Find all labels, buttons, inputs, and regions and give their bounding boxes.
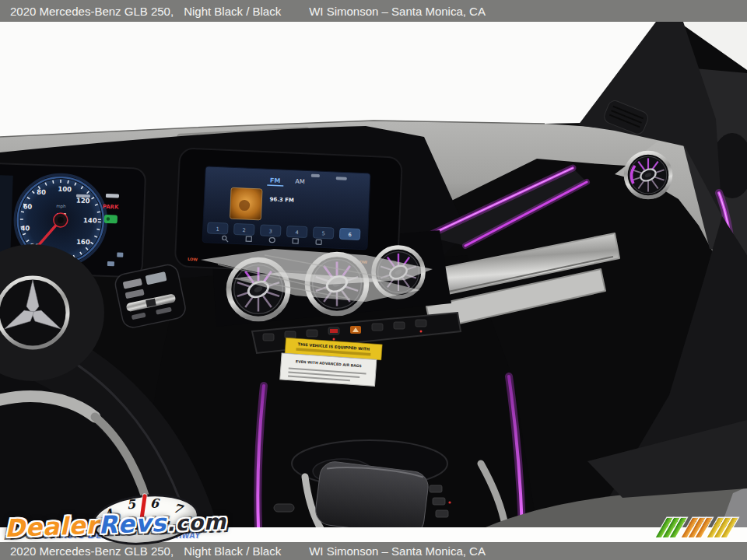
preset-4[interactable]: 4 [295, 229, 298, 236]
bezel-left-indicator: LOW [188, 257, 198, 262]
tab-am[interactable]: AM [295, 178, 305, 186]
fan-button [416, 320, 426, 327]
eco-indicator-icon [104, 215, 117, 224]
station-label: 96.3 FM [269, 196, 294, 203]
windshield [0, 22, 658, 137]
console-button-1[interactable] [430, 485, 442, 492]
screen-status-blur [311, 174, 320, 177]
header-bar: 2020 Mercedes-Benz GLB 250, Night Black … [0, 0, 747, 22]
header-vehicle-title: 2020 Mercedes-Benz GLB 250, [10, 5, 174, 18]
brand-wordmark: DealerRevs.com [4, 506, 226, 542]
console-button-left[interactable] [274, 504, 294, 512]
defrost-button [307, 330, 317, 337]
header-dealer-location: WI Simonson – Santa Monica, CA [309, 5, 486, 18]
brand-dealer: Dealer [4, 511, 99, 542]
svg-text:80: 80 [37, 188, 46, 196]
svg-text:100: 100 [58, 185, 72, 194]
brand-revs: Revs [98, 509, 167, 539]
preset-2[interactable]: 2 [242, 227, 245, 233]
park-warning-label: PARK [103, 204, 120, 211]
sync-button [394, 322, 405, 329]
svg-text:60: 60 [23, 202, 32, 210]
cluster-status-blur [76, 194, 90, 198]
svg-text:120: 120 [76, 197, 90, 205]
brand-com: .com [167, 509, 227, 536]
tab-fm[interactable]: FM [270, 177, 281, 184]
speed-stripes-icon [661, 516, 734, 537]
svg-text:140: 140 [83, 216, 97, 225]
preset-3[interactable]: 3 [268, 228, 272, 234]
console-button-3[interactable] [436, 510, 448, 517]
interior-photo: 20 40 60 80 100 120 140 160 mph 4,7 PARK [0, 22, 747, 527]
ac-button [372, 324, 383, 331]
svg-text:40: 40 [20, 224, 30, 232]
screen-status-blur2 [336, 177, 347, 180]
footer-dealer-location: WI Simonson – Santa Monica, CA [309, 544, 486, 558]
preset-1[interactable]: 1 [216, 226, 219, 232]
air-vent-door[interactable] [626, 152, 671, 198]
airbag-warning-tag: THIS VEHICLE IS EQUIPPED WITH EVEN WITH … [280, 338, 382, 387]
cluster-menu-blur [106, 194, 119, 198]
auto-button [285, 331, 296, 338]
console-button-2[interactable] [433, 498, 445, 505]
seat-heat-button [263, 334, 274, 341]
svg-text:160: 160 [76, 238, 90, 247]
interior-photo-art: 20 40 60 80 100 120 140 160 mph 4,7 PARK [0, 22, 747, 527]
preset-5[interactable]: 5 [321, 230, 324, 236]
dealerrevs-logo: 4 5 6 7 DealerRevs.com [5, 495, 238, 551]
preset-6[interactable]: 6 [348, 232, 351, 238]
header-color-spec: Night Black / Black [184, 5, 281, 18]
